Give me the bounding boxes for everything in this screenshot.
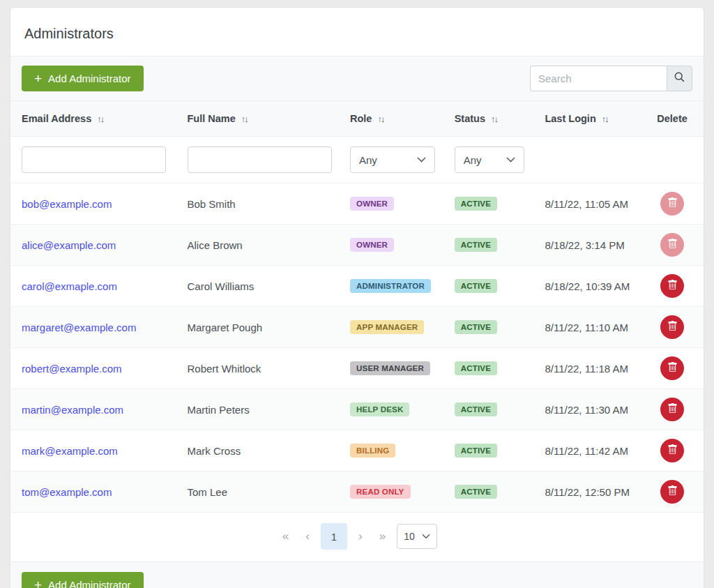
delete-button[interactable] [660, 315, 684, 339]
last-login-cell: 8/11/22, 11:10 AM [545, 322, 652, 333]
email-link[interactable]: alice@example.com [22, 239, 116, 251]
column-header-email[interactable]: Email Address↑↓ [22, 113, 188, 124]
status-cell: ACTIVE [455, 361, 545, 375]
column-label: Status [455, 113, 485, 124]
add-administrator-button[interactable]: + Add Administrator [22, 66, 144, 91]
role-badge: ADMINISTRATOR [350, 279, 431, 293]
column-header-login[interactable]: Last Login↑↓ [545, 113, 652, 124]
role-badge: READ ONLY [350, 485, 410, 499]
add-administrator-button-bottom[interactable]: + Add Administrator [22, 572, 144, 588]
last-login-cell: 8/11/22, 11:30 AM [545, 404, 652, 416]
status-filter-value: Any [464, 154, 482, 166]
role-cell: USER MANAGER [350, 361, 455, 375]
sort-icon[interactable]: ↑↓ [97, 114, 103, 124]
column-label: Email Address [22, 113, 91, 124]
search-icon [674, 71, 685, 86]
table-row: alice@example.comAlice BrownOWNERACTIVE8… [10, 225, 704, 266]
status-badge: ACTIVE [455, 485, 497, 499]
search-input[interactable] [530, 66, 667, 91]
name-filter-input[interactable] [188, 146, 332, 173]
page-size-select[interactable]: 10 [397, 524, 437, 549]
status-badge: ACTIVE [455, 444, 497, 458]
page-size-value: 10 [404, 531, 415, 542]
trash-icon [667, 485, 678, 498]
last-page-button[interactable]: » [374, 527, 391, 546]
search-button[interactable] [667, 66, 692, 91]
trash-icon [667, 362, 678, 375]
full-name-cell: Martin Peters [188, 404, 351, 416]
email-filter-cell [22, 146, 188, 173]
column-header-role[interactable]: Role↑↓ [350, 113, 455, 124]
delete-button[interactable] [660, 439, 684, 462]
full-name-cell: Robert Whitlock [188, 363, 351, 375]
table-row: martin@example.comMartin PetersHELP DESK… [10, 389, 704, 430]
email-filter-input[interactable] [22, 146, 166, 173]
email-cell: margaret@example.com [22, 322, 188, 333]
role-badge: HELP DESK [350, 402, 409, 416]
email-link[interactable]: carol@exmaple.com [22, 280, 117, 292]
name-filter-cell [188, 146, 351, 173]
pagination: « ‹ 1 › » 10 [10, 513, 704, 561]
first-page-button[interactable]: « [277, 527, 294, 546]
delete-button [660, 192, 684, 216]
table-row: bob@example.comBob SmithOWNERACTIVE8/11/… [10, 183, 704, 225]
email-cell: robert@example.com [22, 363, 188, 375]
delete-button[interactable] [660, 274, 684, 298]
trash-icon [667, 197, 678, 210]
column-header-status[interactable]: Status↑↓ [455, 113, 545, 124]
sort-icon[interactable]: ↑↓ [602, 114, 608, 124]
status-cell: ACTIVE [455, 197, 545, 211]
sort-icon[interactable]: ↑↓ [241, 114, 248, 124]
trash-icon [667, 403, 678, 416]
role-filter-select[interactable]: Any [350, 146, 435, 173]
email-link[interactable]: tom@example.com [22, 486, 112, 498]
last-login-cell: 8/18/22, 10:39 AM [545, 280, 652, 292]
sort-icon[interactable]: ↑↓ [491, 114, 497, 124]
toolbar: + Add Administrator [10, 56, 704, 100]
status-badge: ACTIVE [455, 402, 497, 416]
email-link[interactable]: mark@example.com [22, 445, 118, 457]
role-badge: BILLING [350, 444, 395, 458]
email-link[interactable]: margaret@example.com [22, 322, 136, 333]
role-badge: USER MANAGER [350, 361, 430, 375]
role-cell: APP MANAGER [350, 320, 455, 334]
role-filter-cell: Any [350, 146, 455, 173]
delete-button[interactable] [660, 480, 684, 504]
role-badge: OWNER [350, 238, 394, 252]
full-name-cell: Mark Cross [188, 445, 351, 457]
email-link[interactable]: bob@example.com [22, 198, 112, 210]
delete-button[interactable] [660, 398, 684, 421]
sort-icon[interactable]: ↑↓ [377, 114, 383, 124]
email-link[interactable]: robert@example.com [22, 363, 122, 375]
trash-icon [667, 444, 678, 457]
current-page-button[interactable]: 1 [321, 523, 347, 550]
table-header-row: Email Address↑↓Full Name↑↓Role↑↓Status↑↓… [10, 100, 704, 137]
full-name-cell: Alice Brown [188, 239, 351, 251]
full-name-cell: Margaret Pough [188, 322, 351, 333]
status-badge: ACTIVE [455, 197, 497, 211]
status-filter-select[interactable]: Any [455, 146, 524, 173]
delete-button[interactable] [660, 356, 684, 380]
full-name-cell: Carol Williams [188, 280, 351, 292]
last-login-cell: 8/11/22, 11:18 AM [545, 363, 652, 375]
status-cell: ACTIVE [455, 238, 545, 252]
column-header-name[interactable]: Full Name↑↓ [188, 113, 351, 124]
trash-icon [667, 321, 678, 333]
column-label: Delete [657, 113, 688, 124]
role-cell: HELP DESK [350, 402, 455, 416]
next-page-button[interactable]: › [353, 527, 368, 546]
email-link[interactable]: martin@example.com [22, 404, 123, 416]
status-cell: ACTIVE [455, 279, 545, 293]
delete-cell [652, 233, 692, 257]
column-label: Role [350, 113, 372, 124]
status-badge: ACTIVE [455, 320, 497, 334]
role-badge: OWNER [350, 197, 394, 211]
prev-page-button[interactable]: ‹ [300, 527, 315, 546]
footer: + Add Administrator [10, 561, 704, 588]
trash-icon [667, 239, 678, 251]
column-header-delete: Delete [652, 113, 692, 124]
full-name-cell: Tom Lee [188, 486, 351, 498]
table-row: tom@example.comTom LeeREAD ONLYACTIVE8/1… [10, 472, 704, 513]
filter-row: Any Any [10, 137, 704, 183]
table-body: bob@example.comBob SmithOWNERACTIVE8/11/… [10, 183, 704, 513]
